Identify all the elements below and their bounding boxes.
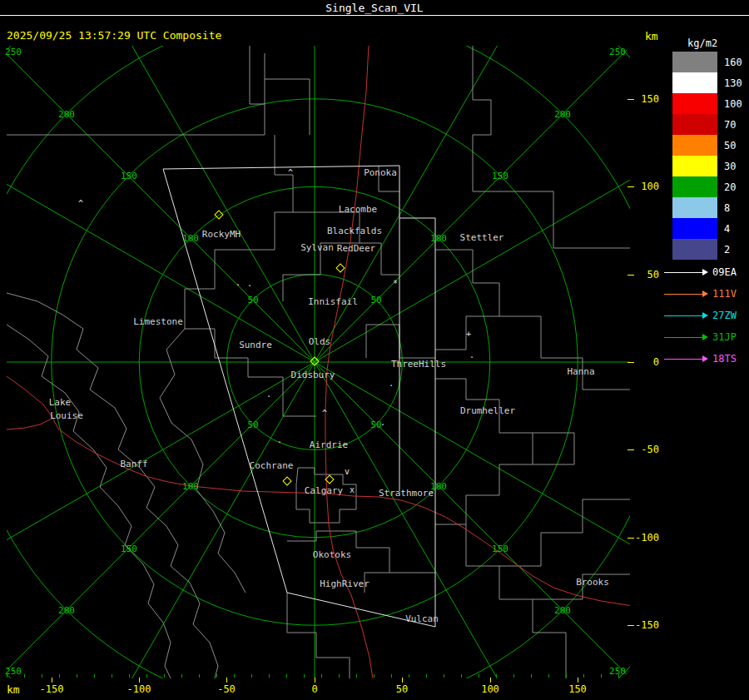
map-marker: ^ (288, 169, 293, 177)
map-marker: ^ (322, 410, 327, 418)
range-ring-label: 50 (247, 420, 258, 429)
vil-colorbar: 16013010070503020842 (672, 52, 742, 260)
city-label-hanna: Hanna (567, 367, 594, 376)
colorbar-entry: 50 (672, 135, 742, 156)
colorbar-value: 20 (717, 181, 736, 193)
bottom-axis-label: -150 (40, 683, 64, 695)
colorbar-swatch (672, 72, 717, 93)
range-ring-label: 100 (430, 234, 447, 243)
city-label-ponoka: Ponoka (364, 168, 397, 177)
colorbar-swatch (672, 114, 717, 135)
radar-legend-row: 31JP (664, 326, 737, 348)
right-axis-label: 100 (634, 181, 659, 192)
right-axis-label: 50 (634, 269, 659, 280)
radar-arrow-line (664, 294, 702, 295)
radar-legend-row: 111V (664, 283, 737, 305)
bottom-axis-tick (226, 678, 227, 683)
bottom-axis-tick (490, 678, 491, 683)
city-label-lacombe: Lacombe (339, 205, 377, 214)
colorbar-entry: 30 (672, 156, 742, 176)
colorbar-entry: 70 (672, 114, 742, 135)
bottom-axis-tick (402, 678, 403, 683)
bottom-axis-label: 150 (568, 683, 587, 695)
right-axis-tick (627, 449, 634, 450)
right-axis-label: -50 (634, 444, 659, 455)
map-marker: · (236, 281, 241, 290)
colorbar-value: 30 (717, 161, 736, 172)
radar-id-label: 31JP (712, 331, 737, 343)
radar-id-label: 27ZW (712, 310, 737, 321)
bottom-axis-label: -50 (217, 683, 236, 695)
city-label-louise: Louise (50, 411, 83, 420)
city-label-sylvan: Sylvan (300, 243, 334, 252)
city-label-cochrane: Cochrane (250, 461, 294, 470)
colorbar-entry: 160 (672, 52, 742, 72)
radar-arrow-line (664, 359, 702, 360)
radar-id-label: 09EA (712, 266, 737, 278)
range-ring-label: 200 (58, 110, 75, 119)
colorbar-value: 160 (717, 57, 742, 68)
radar-legend-row: 18TS (664, 348, 737, 370)
colorbar-swatch (672, 239, 717, 260)
colorbar-swatch (672, 135, 717, 156)
bottom-axis-label: -100 (127, 683, 151, 695)
range-ring-label: 100 (430, 482, 447, 491)
radar-legend-row: 27ZW (664, 305, 737, 326)
colorbar-value: 4 (717, 223, 730, 235)
right-axis-tick (627, 538, 634, 539)
map-marker: · (469, 354, 474, 362)
city-label-innisfail: Innisfail (308, 297, 358, 306)
city-label-lake: Lake (49, 398, 72, 407)
bottom-axis-label: 50 (396, 683, 408, 695)
colorbar-value: 8 (717, 202, 730, 214)
range-ring-label: 200 (554, 110, 571, 119)
colorbar-swatch (672, 176, 717, 197)
range-ring-label: 150 (492, 544, 508, 554)
map-marker: + (466, 330, 471, 339)
city-label-okotoks: Okotoks (313, 550, 351, 559)
city-label-blackfalds: Blackfalds (327, 226, 382, 236)
right-axis-tick (627, 186, 634, 187)
colorbar-entry: 4 (672, 218, 742, 239)
radar-arrow-head-icon (702, 312, 708, 319)
colorbar-value: 130 (717, 77, 742, 89)
city-label-rockymh: RockyMH (202, 230, 241, 239)
colorbar-value: 2 (717, 244, 730, 256)
range-ring-label: 50 (247, 295, 258, 305)
city-label-didsbury: Didsbury (291, 370, 335, 380)
map-marker: ^ (78, 200, 83, 208)
map-marker: * (393, 280, 398, 288)
right-axis-tick (627, 625, 634, 626)
bottom-axis-unit: km (7, 683, 20, 696)
city-label-brooks: Brooks (576, 578, 609, 587)
map-marker: · (389, 382, 394, 390)
city-label-drumheller: Drumheller (460, 406, 515, 415)
radar-map-canvas (0, 0, 749, 700)
bottom-axis-tick (315, 678, 315, 683)
map-marker: · (277, 439, 282, 447)
range-ring-label: 100 (182, 482, 199, 491)
bottom-axis-label: 0 (311, 683, 317, 695)
city-label-banff: Banff (120, 459, 147, 469)
range-ring-label: 50 (370, 295, 381, 305)
range-ring-label: 150 (492, 171, 508, 181)
city-label-threehills: ThreeHills (391, 360, 446, 369)
map-marker: · (247, 282, 252, 290)
colorbar-value: 50 (717, 140, 736, 151)
city-label-calgary: Calgary (305, 486, 343, 495)
city-label-stettler: Stettler (460, 233, 504, 242)
range-rings-grid (0, 0, 749, 700)
bottom-axis-tick (52, 678, 52, 683)
right-axis-label: -150 (634, 619, 659, 631)
colorbar-value: 70 (717, 119, 736, 131)
bottom-axis-label: 100 (481, 683, 499, 695)
city-label-highriver: HighRiver (320, 579, 370, 588)
range-ring-label: 150 (121, 544, 137, 554)
radar-id-label: 18TS (712, 353, 737, 365)
radar-arrow-head-icon (702, 269, 708, 276)
range-ring-label: 200 (58, 606, 75, 615)
colorbar-entry: 8 (672, 197, 742, 218)
city-label-vulcan: Vulcan (405, 614, 439, 623)
colorbar-swatch (672, 197, 717, 218)
colorbar-entry: 2 (672, 239, 742, 260)
